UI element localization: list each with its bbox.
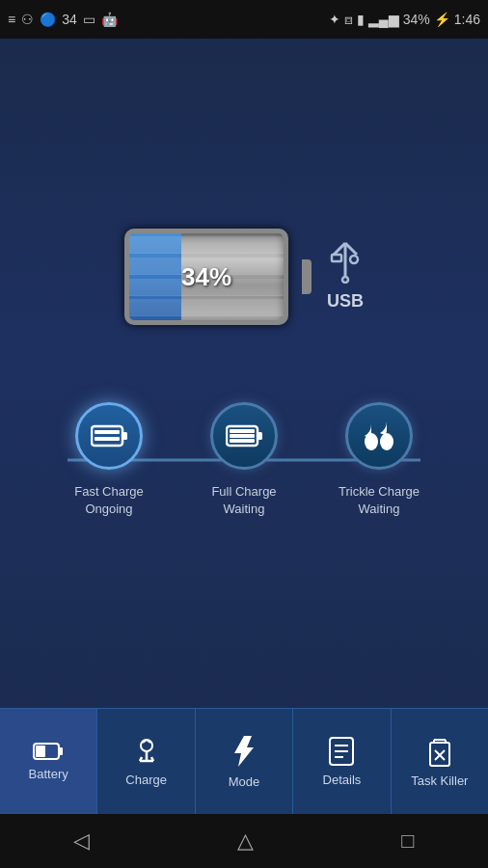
full-charge-circle bbox=[210, 402, 278, 470]
tab-details-label: Details bbox=[323, 773, 362, 787]
tab-mode[interactable]: Mode bbox=[196, 709, 293, 814]
status-right-icons: ✦ ⧈ ▮ ▂▄▆ 34% ⚡ 1:46 bbox=[329, 12, 480, 28]
charging-stages: Fast Charge Ongoing Full Charge Waiting bbox=[19, 402, 469, 518]
bluetooth-icon: ✦ bbox=[329, 12, 340, 27]
menu-icon: ≡ bbox=[8, 12, 15, 27]
tab-charge-label: Charge bbox=[125, 773, 167, 787]
battery-body: 34% bbox=[124, 229, 288, 325]
svg-marker-27 bbox=[234, 736, 254, 767]
svg-rect-14 bbox=[230, 439, 255, 443]
tab-details[interactable]: Details bbox=[293, 709, 391, 814]
charging-icon: ⚡ bbox=[434, 12, 450, 27]
svg-rect-6 bbox=[92, 426, 122, 446]
home-button[interactable]: △ bbox=[237, 828, 254, 854]
battery-tip bbox=[302, 259, 312, 294]
status-left-icons: ≡ ⚇ 🔵 34 ▭ 🤖 bbox=[8, 12, 118, 27]
svg-rect-8 bbox=[95, 430, 120, 434]
svg-line-1 bbox=[334, 243, 345, 255]
usb-info: USB bbox=[327, 241, 364, 312]
nfc-icon: ⧈ bbox=[344, 12, 353, 28]
usb-label: USB bbox=[327, 291, 364, 312]
svg-rect-3 bbox=[332, 255, 341, 261]
svg-line-2 bbox=[345, 243, 357, 255]
svg-point-16 bbox=[380, 433, 393, 450]
fast-charge-label: Fast Charge Ongoing bbox=[74, 483, 144, 518]
battery-stripe-1 bbox=[129, 236, 284, 254]
stage-full-charge: Full Charge Waiting bbox=[176, 402, 312, 518]
recent-apps-button[interactable]: □ bbox=[401, 828, 414, 854]
full-charge-icon bbox=[226, 424, 262, 448]
tab-task-killer-label: Task Killer bbox=[411, 773, 468, 788]
details-tab-icon bbox=[328, 736, 355, 767]
charge-tab-icon bbox=[132, 736, 161, 767]
usb-icon bbox=[328, 241, 363, 284]
sync-icon: 🔵 bbox=[40, 12, 56, 27]
tab-battery-label: Battery bbox=[29, 767, 68, 781]
tab-mode-label: Mode bbox=[229, 774, 260, 789]
svg-rect-9 bbox=[95, 437, 120, 441]
svg-rect-12 bbox=[230, 429, 255, 433]
battery-section: 34% USB bbox=[124, 229, 364, 325]
trickle-charge-icon bbox=[358, 417, 400, 455]
svg-point-5 bbox=[342, 277, 348, 283]
clock: 1:46 bbox=[454, 12, 480, 27]
notification-count: 34 bbox=[62, 12, 77, 27]
svg-rect-13 bbox=[230, 434, 255, 438]
mode-tab-icon bbox=[232, 734, 256, 769]
stage-fast-charge: Fast Charge Ongoing bbox=[41, 402, 176, 518]
trickle-charge-label: Trickle Charge Waiting bbox=[339, 483, 420, 518]
task-killer-tab-icon bbox=[426, 735, 453, 768]
fast-charge-icon bbox=[91, 424, 127, 448]
svg-rect-11 bbox=[258, 432, 262, 440]
fast-charge-circle bbox=[75, 402, 143, 470]
trickle-charge-circle bbox=[345, 402, 413, 470]
svg-rect-19 bbox=[36, 746, 45, 757]
back-button[interactable]: ◁ bbox=[73, 828, 90, 854]
tab-charge[interactable]: Charge bbox=[97, 709, 195, 814]
svg-rect-7 bbox=[122, 432, 127, 440]
sim-icon: ▮ bbox=[357, 12, 365, 27]
battery-visual: 34% bbox=[124, 229, 298, 325]
bottom-nav: Battery Charge Mode Details bbox=[0, 708, 488, 814]
full-charge-label: Full Charge Waiting bbox=[211, 483, 276, 518]
status-bar: ≡ ⚇ 🔵 34 ▭ 🤖 ✦ ⧈ ▮ ▂▄▆ 34% ⚡ 1:46 bbox=[0, 0, 488, 39]
battery-percent: 34% bbox=[403, 12, 430, 27]
stage-trickle-charge: Trickle Charge Waiting bbox=[312, 402, 447, 518]
screen-icon: ▭ bbox=[83, 12, 95, 27]
svg-point-20 bbox=[141, 740, 152, 751]
battery-tab-icon bbox=[33, 742, 64, 761]
android-icon: 🤖 bbox=[101, 12, 118, 27]
signal-icon: ▂▄▆ bbox=[368, 12, 399, 27]
svg-rect-18 bbox=[59, 747, 63, 755]
svg-point-4 bbox=[350, 256, 358, 263]
android-nav-bar: ◁ △ □ bbox=[0, 814, 488, 868]
battery-percentage-label: 34% bbox=[181, 261, 231, 291]
main-content: 34% USB bbox=[0, 39, 488, 708]
tab-task-killer[interactable]: Task Killer bbox=[392, 709, 488, 814]
battery-stripe-4 bbox=[129, 299, 284, 316]
tab-battery[interactable]: Battery bbox=[0, 709, 97, 814]
usb-status-icon: ⚇ bbox=[21, 12, 34, 27]
